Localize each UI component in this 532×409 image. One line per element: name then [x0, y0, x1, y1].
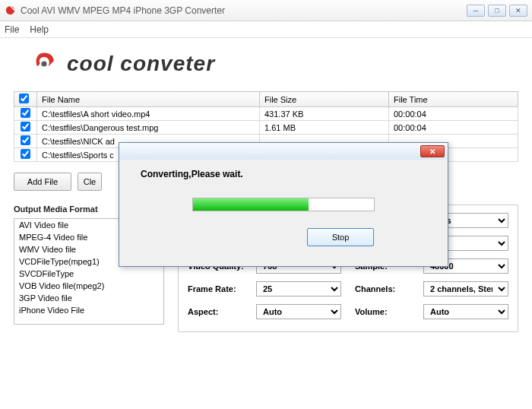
frame-rate-select[interactable]: 25	[256, 281, 341, 296]
aspect-label: Aspect:	[188, 307, 256, 316]
logo: cool conveter	[14, 46, 518, 91]
dialog-titlebar[interactable]: ✕	[119, 143, 448, 160]
row-checkbox[interactable]	[21, 108, 30, 118]
cell-filesize: 431.37 KB	[260, 107, 389, 121]
cell-filesize: 1.61 MB	[260, 121, 389, 135]
minimize-button[interactable]: ─	[467, 5, 485, 17]
clear-button[interactable]: Cle	[78, 173, 102, 191]
table-row[interactable]: C:\testfiles\A short video.mp4431.37 KB0…	[14, 107, 518, 121]
channels-label: Channels:	[355, 284, 423, 293]
header-checkbox[interactable]	[14, 92, 37, 107]
maximize-button[interactable]: □	[488, 5, 506, 17]
aspect-select[interactable]: Auto	[256, 304, 341, 319]
frame-rate-label: Frame Rate:	[188, 284, 256, 293]
header-filetime[interactable]: File Time	[389, 92, 518, 107]
list-item[interactable]: SVCDFileType	[14, 268, 163, 280]
list-item[interactable]: 3GP Video file	[14, 292, 163, 304]
menu-bar: File Help	[0, 21, 532, 38]
progress-dialog: ✕ Converting,Please wait. Stop	[119, 142, 448, 267]
cell-filetime: 00:00:04	[389, 121, 518, 135]
header-filename[interactable]: File Name	[37, 92, 260, 107]
menu-file[interactable]: File	[5, 24, 19, 35]
table-row[interactable]: C:\testfiles\Dangerous test.mpg1.61 MB00…	[14, 121, 518, 135]
svg-point-1	[41, 61, 46, 66]
dialog-close-button[interactable]: ✕	[420, 145, 445, 157]
header-filesize[interactable]: File Size	[260, 92, 389, 107]
logo-text: cool conveter	[67, 52, 215, 76]
menu-help[interactable]: Help	[30, 24, 49, 35]
close-button[interactable]: ✕	[509, 5, 527, 17]
progress-fill	[193, 198, 309, 211]
volume-label: Volume:	[355, 307, 423, 316]
row-checkbox[interactable]	[21, 135, 30, 145]
title-bar: Cool AVI WMV MPEG MP4 iPhone 3GP Convert…	[0, 0, 532, 21]
logo-icon	[30, 50, 58, 78]
cell-filename: C:\testfiles\A short video.mp4	[37, 107, 260, 121]
stop-button[interactable]: Stop	[307, 228, 374, 246]
volume-select[interactable]: Auto	[423, 304, 508, 319]
svg-point-0	[6, 6, 14, 14]
list-item[interactable]: iPhone Video File	[14, 304, 163, 316]
row-checkbox[interactable]	[21, 149, 30, 159]
add-file-button[interactable]: Add File	[14, 173, 71, 191]
row-checkbox[interactable]	[21, 122, 30, 132]
window-title: Cool AVI WMV MPEG MP4 iPhone 3GP Convert…	[21, 5, 467, 16]
progress-bar	[192, 198, 375, 211]
list-item[interactable]: VOB Video file(mpeg2)	[14, 280, 163, 292]
cell-filetime: 00:00:04	[389, 107, 518, 121]
dialog-message: Converting,Please wait.	[141, 169, 426, 179]
channels-select[interactable]: 2 channels, Ster	[423, 281, 508, 296]
cell-filename: C:\testfiles\Dangerous test.mpg	[37, 121, 260, 135]
app-icon	[5, 5, 16, 16]
